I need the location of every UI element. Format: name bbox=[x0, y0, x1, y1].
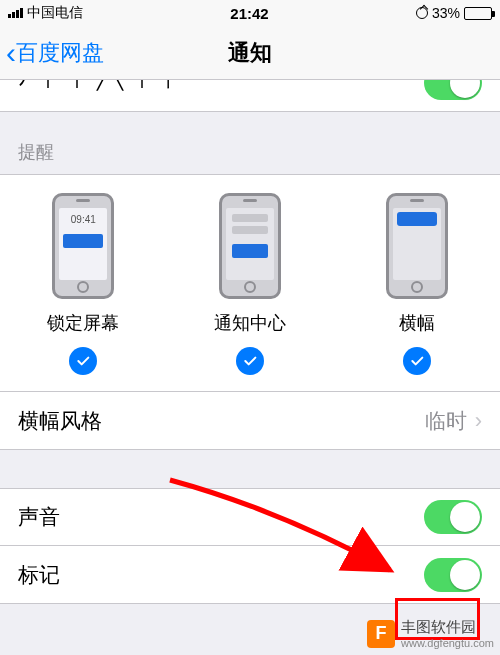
alert-option-notification-center[interactable]: 通知中心 bbox=[175, 193, 325, 375]
alert-option-banners[interactable]: 横幅 bbox=[342, 193, 492, 375]
watermark: F 丰图软件园 www.dgfengtu.com bbox=[367, 618, 494, 649]
sounds-toggle[interactable] bbox=[424, 500, 482, 534]
alert-option-label: 锁定屏幕 bbox=[47, 311, 119, 335]
lockscreen-preview-icon: 09:41 bbox=[52, 193, 114, 299]
carrier-label: 中国电信 bbox=[27, 4, 83, 22]
banner-style-row[interactable]: 横幅风格 临时 › bbox=[0, 392, 500, 450]
sounds-row[interactable]: 声音 bbox=[0, 488, 500, 546]
alerts-section-header: 提醒 bbox=[0, 112, 500, 174]
banner-preview-icon bbox=[386, 193, 448, 299]
banner-style-label: 横幅风格 bbox=[18, 407, 102, 435]
banner-style-value: 临时 bbox=[425, 407, 467, 435]
watermark-logo-icon: F bbox=[367, 620, 395, 648]
battery-icon bbox=[464, 7, 492, 20]
notification-center-preview-icon bbox=[219, 193, 281, 299]
check-icon bbox=[69, 347, 97, 375]
nav-bar: ‹ 百度网盘 通知 bbox=[0, 26, 500, 80]
status-time: 21:42 bbox=[230, 5, 268, 22]
check-icon bbox=[236, 347, 264, 375]
page-title: 通知 bbox=[0, 38, 500, 68]
allow-notifications-row[interactable]: ﾉ ｜ ｜ ╱╲ ｜ ⺊ bbox=[0, 80, 500, 112]
battery-pct: 33% bbox=[432, 5, 460, 21]
watermark-url: www.dgfengtu.com bbox=[401, 637, 494, 649]
status-left: 中国电信 bbox=[8, 4, 83, 22]
allow-notifications-toggle[interactable] bbox=[424, 80, 482, 100]
check-icon bbox=[403, 347, 431, 375]
sounds-label: 声音 bbox=[18, 503, 60, 531]
badges-label: 标记 bbox=[18, 561, 60, 589]
badges-row[interactable]: 标记 bbox=[0, 546, 500, 604]
alerts-panel: 09:41 锁定屏幕 通知中心 横幅 bbox=[0, 174, 500, 392]
chevron-right-icon: › bbox=[475, 408, 482, 434]
watermark-name: 丰图软件园 bbox=[401, 618, 494, 637]
signal-icon bbox=[8, 8, 23, 18]
alert-option-lockscreen[interactable]: 09:41 锁定屏幕 bbox=[8, 193, 158, 375]
alert-option-label: 通知中心 bbox=[214, 311, 286, 335]
badges-toggle[interactable] bbox=[424, 558, 482, 592]
status-right: 33% bbox=[416, 5, 492, 21]
status-bar: 中国电信 21:42 33% bbox=[0, 0, 500, 26]
rotation-lock-icon bbox=[416, 7, 428, 19]
allow-notifications-label: ﾉ ｜ ｜ ╱╲ ｜ ⺊ bbox=[18, 80, 184, 93]
alert-option-label: 横幅 bbox=[399, 311, 435, 335]
